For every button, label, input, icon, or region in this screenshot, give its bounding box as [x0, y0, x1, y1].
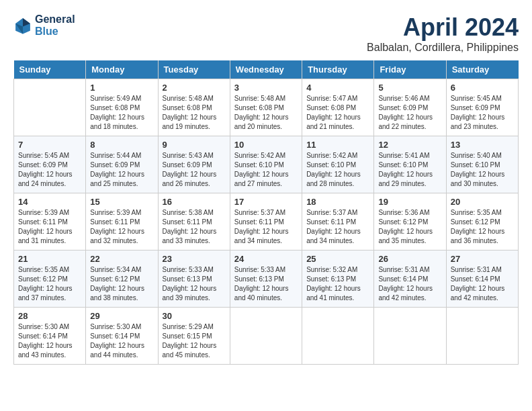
- cell-w5-d5: [302, 308, 374, 365]
- cell-w5-d2: 29Sunrise: 5:30 AMSunset: 6:14 PMDayligh…: [86, 308, 158, 365]
- cell-w2-d5: 11Sunrise: 5:42 AMSunset: 6:10 PMDayligh…: [302, 136, 374, 193]
- day-info: Sunrise: 5:44 AMSunset: 6:09 PMDaylight:…: [90, 151, 153, 189]
- cell-w1-d4: 3Sunrise: 5:48 AMSunset: 6:08 PMDaylight…: [230, 79, 302, 136]
- day-number: 5: [378, 83, 441, 93]
- cell-w3-d4: 17Sunrise: 5:37 AMSunset: 6:11 PMDayligh…: [230, 193, 302, 250]
- cell-w3-d3: 16Sunrise: 5:38 AMSunset: 6:11 PMDayligh…: [158, 193, 230, 250]
- day-info: Sunrise: 5:43 AMSunset: 6:09 PMDaylight:…: [163, 151, 226, 189]
- cell-w5-d1: 28Sunrise: 5:30 AMSunset: 6:14 PMDayligh…: [14, 308, 86, 365]
- day-info: Sunrise: 5:46 AMSunset: 6:09 PMDaylight:…: [378, 94, 441, 132]
- day-number: 18: [306, 197, 369, 207]
- day-info: Sunrise: 5:47 AMSunset: 6:08 PMDaylight:…: [306, 94, 369, 132]
- day-info: Sunrise: 5:49 AMSunset: 6:08 PMDaylight:…: [90, 94, 153, 132]
- day-number: 12: [378, 140, 441, 150]
- day-number: 17: [234, 197, 298, 207]
- day-number: 23: [163, 254, 226, 264]
- day-number: 27: [451, 254, 514, 264]
- day-number: 2: [163, 83, 226, 93]
- day-info: Sunrise: 5:39 AMSunset: 6:11 PMDaylight:…: [18, 208, 81, 246]
- day-number: 20: [451, 197, 514, 207]
- day-info: Sunrise: 5:35 AMSunset: 6:12 PMDaylight:…: [451, 208, 514, 246]
- cell-w3-d1: 14Sunrise: 5:39 AMSunset: 6:11 PMDayligh…: [14, 193, 86, 250]
- day-number: 6: [451, 83, 514, 93]
- col-saturday: Saturday: [446, 60, 518, 79]
- cell-w5-d4: [230, 308, 302, 365]
- cell-w4-d2: 22Sunrise: 5:34 AMSunset: 6:12 PMDayligh…: [86, 250, 158, 308]
- logo: General Blue: [13, 13, 75, 38]
- day-info: Sunrise: 5:37 AMSunset: 6:11 PMDaylight:…: [234, 208, 298, 246]
- day-number: 15: [90, 197, 153, 207]
- cell-w3-d2: 15Sunrise: 5:39 AMSunset: 6:11 PMDayligh…: [86, 193, 158, 250]
- week-row-5: 28Sunrise: 5:30 AMSunset: 6:14 PMDayligh…: [14, 308, 519, 365]
- day-info: Sunrise: 5:37 AMSunset: 6:11 PMDaylight:…: [306, 208, 369, 246]
- week-row-2: 7Sunrise: 5:45 AMSunset: 6:09 PMDaylight…: [14, 136, 519, 193]
- week-row-3: 14Sunrise: 5:39 AMSunset: 6:11 PMDayligh…: [14, 193, 519, 250]
- day-info: Sunrise: 5:33 AMSunset: 6:13 PMDaylight:…: [163, 265, 226, 303]
- day-number: 4: [306, 83, 369, 93]
- cell-w2-d1: 7Sunrise: 5:45 AMSunset: 6:09 PMDaylight…: [14, 136, 86, 193]
- cell-w4-d4: 24Sunrise: 5:33 AMSunset: 6:13 PMDayligh…: [230, 250, 302, 308]
- day-number: 29: [90, 311, 153, 321]
- col-wednesday: Wednesday: [230, 60, 302, 79]
- cell-w2-d2: 8Sunrise: 5:44 AMSunset: 6:09 PMDaylight…: [86, 136, 158, 193]
- col-friday: Friday: [374, 60, 446, 79]
- cell-w1-d6: 5Sunrise: 5:46 AMSunset: 6:09 PMDaylight…: [374, 79, 446, 136]
- day-number: 13: [451, 140, 514, 150]
- cell-w1-d1: [14, 79, 86, 136]
- cell-w3-d5: 18Sunrise: 5:37 AMSunset: 6:11 PMDayligh…: [302, 193, 374, 250]
- day-info: Sunrise: 5:40 AMSunset: 6:10 PMDaylight:…: [451, 151, 514, 189]
- cell-w1-d7: 6Sunrise: 5:45 AMSunset: 6:09 PMDaylight…: [446, 79, 518, 136]
- day-info: Sunrise: 5:30 AMSunset: 6:14 PMDaylight:…: [18, 322, 81, 360]
- day-info: Sunrise: 5:29 AMSunset: 6:15 PMDaylight:…: [163, 322, 226, 360]
- day-info: Sunrise: 5:34 AMSunset: 6:12 PMDaylight:…: [90, 265, 153, 303]
- day-number: 26: [378, 254, 441, 264]
- day-number: 25: [306, 254, 369, 264]
- day-number: 16: [163, 197, 226, 207]
- cell-w2-d6: 12Sunrise: 5:41 AMSunset: 6:10 PMDayligh…: [374, 136, 446, 193]
- cell-w1-d3: 2Sunrise: 5:48 AMSunset: 6:08 PMDaylight…: [158, 79, 230, 136]
- cell-w4-d1: 21Sunrise: 5:35 AMSunset: 6:12 PMDayligh…: [14, 250, 86, 308]
- day-info: Sunrise: 5:31 AMSunset: 6:14 PMDaylight:…: [451, 265, 514, 303]
- col-monday: Monday: [86, 60, 158, 79]
- day-info: Sunrise: 5:32 AMSunset: 6:13 PMDaylight:…: [306, 265, 369, 303]
- day-info: Sunrise: 5:31 AMSunset: 6:14 PMDaylight:…: [378, 265, 441, 303]
- cell-w3-d6: 19Sunrise: 5:36 AMSunset: 6:12 PMDayligh…: [374, 193, 446, 250]
- day-info: Sunrise: 5:35 AMSunset: 6:12 PMDaylight:…: [18, 265, 81, 303]
- page-header: General Blue April 2024 Balbalan, Cordil…: [13, 13, 519, 54]
- cell-w4-d3: 23Sunrise: 5:33 AMSunset: 6:13 PMDayligh…: [158, 250, 230, 308]
- cell-w1-d5: 4Sunrise: 5:47 AMSunset: 6:08 PMDaylight…: [302, 79, 374, 136]
- day-info: Sunrise: 5:39 AMSunset: 6:11 PMDaylight:…: [90, 208, 153, 246]
- logo-icon: [13, 16, 32, 35]
- cell-w3-d7: 20Sunrise: 5:35 AMSunset: 6:12 PMDayligh…: [446, 193, 518, 250]
- cell-w2-d4: 10Sunrise: 5:42 AMSunset: 6:10 PMDayligh…: [230, 136, 302, 193]
- day-number: 3: [234, 83, 298, 93]
- calendar-table: Sunday Monday Tuesday Wednesday Thursday…: [13, 60, 519, 365]
- day-info: Sunrise: 5:45 AMSunset: 6:09 PMDaylight:…: [18, 151, 81, 189]
- day-info: Sunrise: 5:42 AMSunset: 6:10 PMDaylight:…: [306, 151, 369, 189]
- day-info: Sunrise: 5:38 AMSunset: 6:11 PMDaylight:…: [163, 208, 226, 246]
- location-subtitle: Balbalan, Cordillera, Philippines: [367, 42, 519, 54]
- week-row-1: 1Sunrise: 5:49 AMSunset: 6:08 PMDaylight…: [14, 79, 519, 136]
- day-number: 7: [18, 140, 81, 150]
- month-title: April 2024: [367, 13, 519, 42]
- cell-w5-d7: [446, 308, 518, 365]
- cell-w4-d7: 27Sunrise: 5:31 AMSunset: 6:14 PMDayligh…: [446, 250, 518, 308]
- day-number: 21: [18, 254, 81, 264]
- day-number: 11: [306, 140, 369, 150]
- day-info: Sunrise: 5:45 AMSunset: 6:09 PMDaylight:…: [451, 94, 514, 132]
- day-info: Sunrise: 5:42 AMSunset: 6:10 PMDaylight:…: [234, 151, 298, 189]
- calendar-header-row: Sunday Monday Tuesday Wednesday Thursday…: [14, 60, 519, 79]
- day-number: 8: [90, 140, 153, 150]
- day-number: 24: [234, 254, 298, 264]
- day-info: Sunrise: 5:30 AMSunset: 6:14 PMDaylight:…: [90, 322, 153, 360]
- cell-w4-d6: 26Sunrise: 5:31 AMSunset: 6:14 PMDayligh…: [374, 250, 446, 308]
- day-info: Sunrise: 5:48 AMSunset: 6:08 PMDaylight:…: [163, 94, 226, 132]
- day-info: Sunrise: 5:36 AMSunset: 6:12 PMDaylight:…: [378, 208, 441, 246]
- day-number: 30: [163, 311, 226, 321]
- cell-w4-d5: 25Sunrise: 5:32 AMSunset: 6:13 PMDayligh…: [302, 250, 374, 308]
- day-number: 28: [18, 311, 81, 321]
- col-sunday: Sunday: [14, 60, 86, 79]
- cell-w5-d3: 30Sunrise: 5:29 AMSunset: 6:15 PMDayligh…: [158, 308, 230, 365]
- cell-w2-d7: 13Sunrise: 5:40 AMSunset: 6:10 PMDayligh…: [446, 136, 518, 193]
- day-info: Sunrise: 5:41 AMSunset: 6:10 PMDaylight:…: [378, 151, 441, 189]
